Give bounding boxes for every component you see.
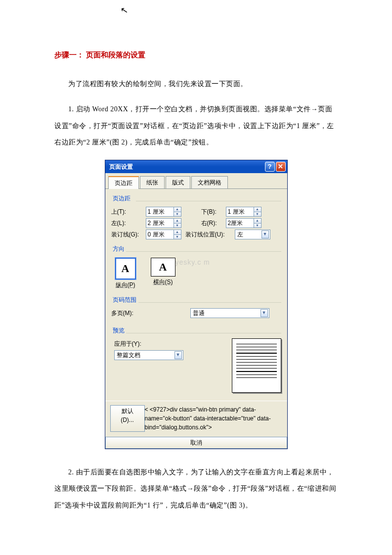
watermark-text: yesky.c m xyxy=(175,257,210,268)
titlebar[interactable]: 页面设置 ? ✕ xyxy=(105,160,287,173)
chevron-down-icon[interactable]: ▼ xyxy=(174,351,182,359)
bottom-value: 1 厘米 xyxy=(226,207,254,216)
chevron-down-icon[interactable]: ▼ xyxy=(254,223,261,228)
portrait-icon: A xyxy=(115,258,136,279)
default-button[interactable]: 默认(D)... xyxy=(110,405,145,432)
page-preview xyxy=(232,338,281,393)
gutter-pos-value: 左 xyxy=(237,230,261,239)
step1-paragraph: 1. 启动 Word 20XX，打开一个空白文档，并切换到页面视图。选择菜单“文… xyxy=(54,101,338,151)
button-row: 默认(D)... < <9727>div class="win-btn prim… xyxy=(105,401,287,437)
right-label: 右(R): xyxy=(201,219,226,228)
close-icon[interactable]: ✕ xyxy=(276,162,286,172)
step-heading: 步骤一： 页面和段落的设置 xyxy=(54,49,338,61)
tab-paper[interactable]: 纸张 xyxy=(140,176,165,188)
cursor-icon: ↖ xyxy=(120,3,129,18)
margins-group: 页边距 上(T): 1 厘米 ▲▼ 下(B): 1 厘米 ▲▼ xyxy=(111,192,281,239)
tab-grid[interactable]: 文档网格 xyxy=(191,176,228,188)
chevron-up-icon[interactable]: ▲ xyxy=(174,230,181,234)
chevron-down-icon[interactable]: ▼ xyxy=(261,231,269,238)
margins-group-label: 页边距 xyxy=(111,194,132,203)
chevron-up-icon[interactable]: ▲ xyxy=(254,207,261,212)
tab-bar: 页边距 纸张 版式 文档网格 xyxy=(105,173,287,189)
gutter-pos-combo[interactable]: 左 ▼ xyxy=(235,230,270,239)
left-label: 左(L): xyxy=(111,219,146,228)
chevron-down-icon[interactable]: ▼ xyxy=(174,234,181,239)
cancel-button[interactable]: 取消 xyxy=(105,437,287,449)
chevron-down-icon[interactable]: ▼ xyxy=(254,212,261,216)
right-spinner[interactable]: 2厘米 ▲▼ xyxy=(226,218,261,228)
right-value: 2厘米 xyxy=(226,219,254,228)
intro-paragraph: 为了流程图有较大的绘制空间，我们先来设置一下页面。 xyxy=(54,76,338,92)
orientation-label: 方向 xyxy=(111,244,126,253)
gutter-value: 0 厘米 xyxy=(146,230,174,239)
page-setup-dialog: 页面设置 ? ✕ 页边距 纸张 版式 文档网格 页边距 上(T): 1 厘米 ▲… xyxy=(105,160,288,449)
chevron-up-icon[interactable]: ▲ xyxy=(174,207,181,212)
multipage-combo[interactable]: 普通 ▼ xyxy=(190,308,269,318)
orientation-landscape[interactable]: A 横向(S) xyxy=(151,258,175,289)
multipage-value: 普通 xyxy=(193,309,261,318)
tab-layout[interactable]: 版式 xyxy=(166,176,190,188)
landscape-label: 横向(S) xyxy=(151,278,175,286)
dialog-body: 页边距 上(T): 1 厘米 ▲▼ 下(B): 1 厘米 ▲▼ xyxy=(105,189,287,401)
chevron-up-icon[interactable]: ▲ xyxy=(254,219,261,223)
top-spinner[interactable]: 1 厘米 ▲▼ xyxy=(146,207,181,217)
bottom-spinner[interactable]: 1 厘米 ▲▼ xyxy=(226,207,261,217)
apply-to-combo[interactable]: 整篇文档 ▼ xyxy=(114,350,183,360)
bottom-label: 下(B): xyxy=(201,207,226,216)
portrait-label: 纵向(P) xyxy=(115,280,136,289)
dialog-title: 页面设置 xyxy=(109,162,264,171)
apply-to-label: 应用于(Y): xyxy=(114,339,225,348)
step2-paragraph: 2. 由于后面要在自选图形中输入文字，为了让输入的文字在垂直方向上看起来居中，这… xyxy=(54,464,338,514)
chevron-up-icon[interactable]: ▲ xyxy=(174,219,181,223)
top-label: 上(T): xyxy=(111,207,146,216)
help-icon[interactable]: ? xyxy=(265,162,275,172)
tab-margins[interactable]: 页边距 xyxy=(108,176,139,189)
dialog-figure: 页面设置 ? ✕ 页边距 纸张 版式 文档网格 页边距 上(T): 1 厘米 ▲… xyxy=(54,160,338,449)
pages-group-label: 页码范围 xyxy=(111,295,138,304)
chevron-down-icon[interactable]: ▼ xyxy=(174,212,181,216)
landscape-icon: A xyxy=(151,258,175,277)
apply-to-value: 整篇文档 xyxy=(117,351,174,360)
chevron-down-icon[interactable]: ▼ xyxy=(261,309,268,317)
pages-group: 页码范围 多页(M): 普通 ▼ xyxy=(111,293,281,318)
gutter-pos-label: 装订线位置(U): xyxy=(185,230,235,239)
preview-group-label: 预览 xyxy=(111,326,126,335)
left-value: 2 厘米 xyxy=(146,219,174,228)
orientation-portrait[interactable]: A 纵向(P) xyxy=(115,258,136,289)
chevron-down-icon[interactable]: ▼ xyxy=(174,223,181,228)
gutter-label: 装订线(G): xyxy=(111,230,146,239)
left-spinner[interactable]: 2 厘米 ▲▼ xyxy=(146,218,181,228)
orientation-group: 方向 A 纵向(P) A 横向(S) yesky.c m xyxy=(111,242,281,290)
gutter-spinner[interactable]: 0 厘米 ▲▼ xyxy=(146,230,181,239)
top-value: 1 厘米 xyxy=(146,207,174,216)
preview-group: 预览 应用于(Y): 整篇文档 ▼ xyxy=(111,324,281,393)
multipage-label: 多页(M): xyxy=(111,309,146,318)
